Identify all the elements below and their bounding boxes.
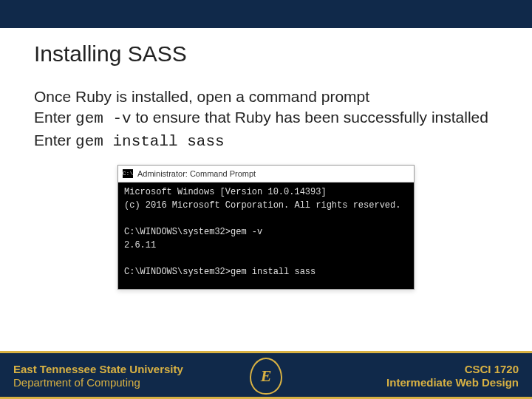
text-fragment: Enter <box>34 132 75 149</box>
university-name: East Tennessee State University <box>13 363 183 376</box>
etsu-logo: E <box>250 358 282 395</box>
text-fragment: to ensure that Ruby has been successfull… <box>132 109 488 126</box>
command-prompt-title-text: Administrator: Command Prompt <box>137 169 256 178</box>
command-prompt-window: C:\ Administrator: Command Prompt Micros… <box>117 165 415 290</box>
command-prompt-titlebar: C:\ Administrator: Command Prompt <box>118 166 414 183</box>
slide-content: Installing SASS Once Ruby is installed, … <box>0 28 532 290</box>
body-line-3: Enter gem install sass <box>34 131 498 151</box>
slide-footer: East Tennessee State University Departme… <box>0 351 532 399</box>
body-line-2: Enter gem -v to ensure that Ruby has bee… <box>34 108 498 129</box>
command-prompt-icon: C:\ <box>123 169 133 178</box>
course-code: CSCI 1720 <box>386 363 519 376</box>
inline-command: gem install sass <box>75 133 225 150</box>
slide-title: Installing SASS <box>34 41 498 66</box>
inline-command: gem -v <box>75 110 132 127</box>
text-fragment: Enter <box>34 109 75 126</box>
command-prompt-output: Microsoft Windows [Version 10.0.14393] (… <box>118 183 414 289</box>
course-name: Intermediate Web Design <box>386 376 519 389</box>
footer-right: CSCI 1720 Intermediate Web Design <box>386 363 519 389</box>
body-line-1: Once Ruby is installed, open a command p… <box>34 87 498 106</box>
footer-left: East Tennessee State University Departme… <box>13 363 183 389</box>
department-name: Department of Computing <box>13 376 183 389</box>
top-accent-bar <box>0 0 532 28</box>
